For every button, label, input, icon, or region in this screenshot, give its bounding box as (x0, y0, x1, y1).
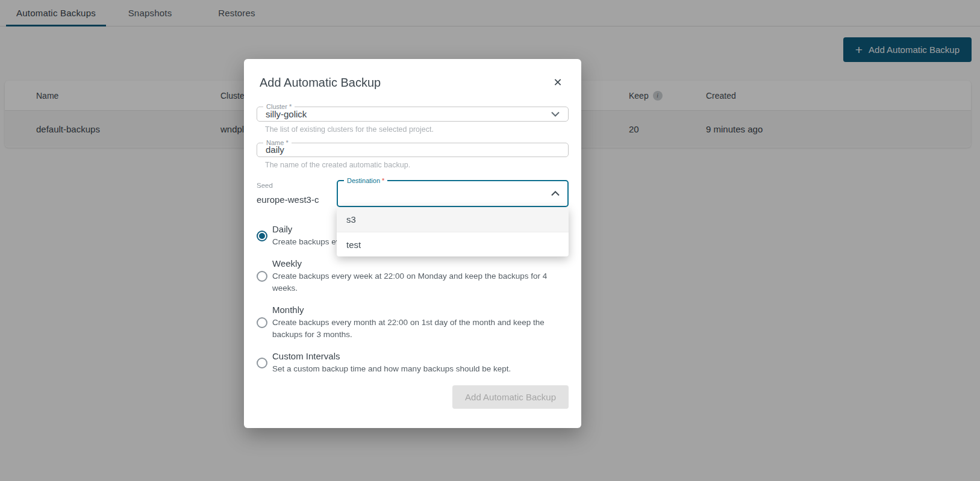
name-label: Name * (263, 139, 292, 146)
radio-content: Weekly Create backups every week at 22:0… (272, 258, 569, 294)
radio-unselected-icon[interactable] (257, 317, 267, 328)
option-test[interactable]: test (337, 232, 569, 256)
destination-options-menu: s3 test (337, 207, 569, 256)
seed-destination-row: Seed europe-west3-c Destination * s3 tes… (257, 180, 569, 207)
schedule-option-weekly[interactable]: Weekly Create backups every week at 22:0… (257, 258, 569, 294)
name-helper-text: The name of the created automatic backup… (265, 161, 569, 169)
radio-description: Create backups every week at 22:00 on Mo… (272, 270, 569, 294)
radio-title: Custom Intervals (272, 351, 511, 361)
radio-description: Set a custom backup time and how many ba… (272, 363, 511, 375)
chevron-up-icon (551, 191, 560, 196)
destination-select[interactable]: Destination * (337, 180, 569, 207)
seed-label: Seed (257, 182, 337, 189)
schedule-option-custom-intervals[interactable]: Custom Intervals Set a custom backup tim… (257, 351, 569, 375)
destination-label: Destination * (344, 177, 387, 184)
radio-selected-icon[interactable] (257, 231, 267, 241)
required-asterisk: * (382, 177, 384, 184)
name-field[interactable]: Name * daily (257, 143, 569, 158)
radio-title: Weekly (272, 258, 569, 268)
cluster-value: silly-golick (266, 109, 307, 119)
cluster-select[interactable]: Cluster * silly-golick (257, 107, 569, 122)
radio-description: Create backups every month at 22:00 on 1… (272, 317, 569, 341)
radio-unselected-icon[interactable] (257, 271, 267, 282)
dialog-title: Add Automatic Backup (260, 76, 569, 90)
seed-value: europe-west3-c (257, 194, 337, 205)
add-automatic-backup-dialog: ✕ Add Automatic Backup Cluster * silly-g… (244, 59, 581, 428)
radio-title: Monthly (272, 305, 569, 315)
radio-unselected-icon[interactable] (257, 358, 267, 368)
radio-content: Monthly Create backups every month at 22… (272, 305, 569, 341)
seed-block: Seed europe-west3-c (257, 180, 337, 205)
dialog-actions: Add Automatic Backup (257, 385, 569, 409)
destination-label-text: Destination (347, 177, 380, 184)
option-s3[interactable]: s3 (337, 207, 569, 232)
close-icon[interactable]: ✕ (551, 76, 564, 89)
submit-add-automatic-backup-button[interactable]: Add Automatic Backup (452, 385, 569, 409)
chevron-down-icon (551, 111, 560, 117)
name-value: daily (266, 144, 284, 155)
destination-wrap: Destination * s3 test (337, 180, 569, 207)
cluster-helper-text: The list of existing clusters for the se… (265, 125, 569, 134)
schedule-option-monthly[interactable]: Monthly Create backups every month at 22… (257, 305, 569, 341)
cluster-label: Cluster * (263, 103, 295, 110)
radio-content: Custom Intervals Set a custom backup tim… (272, 351, 511, 375)
